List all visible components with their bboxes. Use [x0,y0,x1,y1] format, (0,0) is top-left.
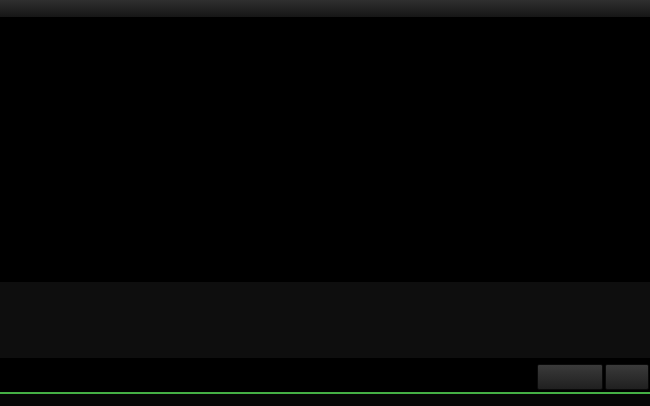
trigger-box[interactable] [605,364,649,390]
timebase-box[interactable] [537,364,603,390]
measure-table-panel [0,282,650,358]
footer-bar [0,392,650,406]
measure-table [0,282,650,358]
brand-logo [0,395,7,405]
oscilloscope-screen: { "menu": {"items": [ {"label":"File","i… [0,0,650,406]
descriptor-bar [0,358,650,394]
menu-bar [0,0,650,18]
